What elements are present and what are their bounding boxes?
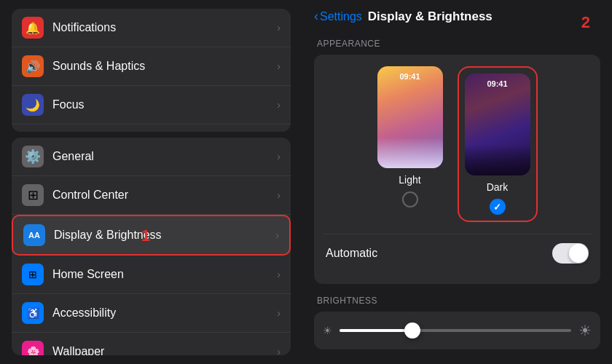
nav-bar: ‹ Settings Display & Brightness 2 (302, 0, 612, 30)
notifications-icon: 🔔 (22, 17, 44, 39)
general-icon: ⚙️ (22, 146, 44, 167)
light-theme-preview: 09:41 (377, 66, 443, 168)
chevron-icon: › (277, 189, 280, 201)
light-theme-option[interactable]: 09:41 Light (377, 66, 443, 222)
brightness-slider[interactable] (340, 329, 571, 332)
sidebar-item-general[interactable]: ⚙️ General › (12, 138, 291, 176)
sidebar-item-display[interactable]: AA Display & Brightness › (12, 215, 291, 256)
sidebar-item-focus[interactable]: 🌙 Focus › (12, 86, 291, 124)
dark-theme-wrapper: 09:41 Dark (458, 66, 538, 222)
wallpaper-label: Wallpaper (52, 345, 277, 355)
sidebar-item-sounds[interactable]: 🔊 Sounds & Haptics › (12, 47, 291, 86)
brightness-section-label: BRIGHTNESS (314, 287, 600, 312)
accessibility-icon: ♿ (22, 302, 44, 324)
light-bar (377, 138, 443, 168)
toggle-knob (569, 244, 588, 263)
back-chevron-icon: ‹ (314, 9, 318, 24)
brightness-section: BRIGHTNESS ☀ ☀ (314, 287, 600, 349)
chevron-icon: › (277, 22, 280, 33)
controlcenter-label: Control Center (52, 189, 277, 202)
automatic-toggle[interactable] (552, 243, 589, 264)
chevron-icon: › (277, 151, 280, 162)
wallpaper-icon: 🌸 (22, 341, 44, 355)
sidebar-item-accessibility[interactable]: ♿ Accessibility › (12, 294, 291, 333)
right-content: APPEARANCE 09:41 Light 09:41 (302, 30, 612, 364)
controlcenter-icon: ⊞ (22, 184, 44, 206)
focus-label: Focus (52, 98, 277, 111)
chevron-icon: › (277, 269, 280, 280)
sidebar-item-homescreen[interactable]: ⊞ Home Screen › (12, 256, 291, 294)
accessibility-label: Accessibility (52, 306, 277, 320)
settings-group-2: ⚙️ General › ⊞ Control Center › AA Displ… (12, 138, 291, 355)
chevron-icon: › (277, 307, 280, 319)
sounds-label: Sounds & Haptics (52, 60, 277, 73)
sun-large-icon: ☀ (578, 322, 592, 339)
sun-small-icon: ☀ (323, 325, 332, 336)
dark-theme-radio[interactable] (490, 199, 506, 215)
chevron-icon: › (275, 229, 279, 241)
focus-icon: 🌙 (22, 94, 44, 116)
dark-theme-label: Dark (487, 181, 509, 193)
back-label: Settings (320, 10, 362, 23)
automatic-row: Automatic (323, 234, 592, 272)
display-icon: AA (23, 224, 45, 246)
sidebar-item-wallpaper[interactable]: 🌸 Wallpaper › (12, 333, 291, 355)
homescreen-label: Home Screen (52, 268, 277, 281)
light-theme-radio[interactable] (402, 191, 418, 207)
general-label: General (52, 150, 277, 163)
dark-bar (465, 145, 530, 175)
chevron-icon: › (277, 346, 280, 355)
display-label: Display & Brightness (54, 229, 275, 242)
brightness-row: ☀ ☀ (314, 312, 600, 349)
sidebar-item-screentime[interactable]: ⏳ Screen Time › (12, 124, 291, 132)
brightness-thumb (404, 323, 420, 339)
appearance-section-label: APPEARANCE (314, 30, 600, 55)
light-time: 09:41 (377, 72, 443, 81)
sidebar-item-controlcenter[interactable]: ⊞ Control Center › (12, 176, 291, 215)
chevron-icon: › (277, 99, 280, 111)
chevron-icon: › (277, 60, 280, 72)
homescreen-icon: ⊞ (22, 264, 44, 285)
notifications-label: Notifications (52, 21, 277, 34)
theme-row: 09:41 Light 09:41 Dark (323, 66, 592, 222)
brightness-fill (340, 329, 409, 332)
light-theme-label: Light (399, 174, 420, 186)
back-button[interactable]: ‹ Settings (314, 9, 362, 24)
dark-theme-preview: 09:41 (465, 74, 530, 175)
sidebar-item-notifications[interactable]: 🔔 Notifications › (12, 9, 291, 47)
sounds-icon: 🔊 (22, 55, 44, 77)
dark-time: 09:41 (465, 79, 530, 88)
dark-theme-option[interactable]: 09:41 Dark (465, 74, 530, 215)
settings-group-1: 🔔 Notifications › 🔊 Sounds & Haptics › 🌙… (12, 9, 291, 132)
appearance-section: 09:41 Light 09:41 Dark (314, 55, 600, 284)
automatic-label: Automatic (326, 247, 552, 260)
right-panel: ‹ Settings Display & Brightness 2 APPEAR… (302, 0, 612, 364)
left-panel: 🔔 Notifications › 🔊 Sounds & Haptics › 🌙… (0, 0, 302, 364)
page-title: Display & Brightness (368, 9, 493, 24)
